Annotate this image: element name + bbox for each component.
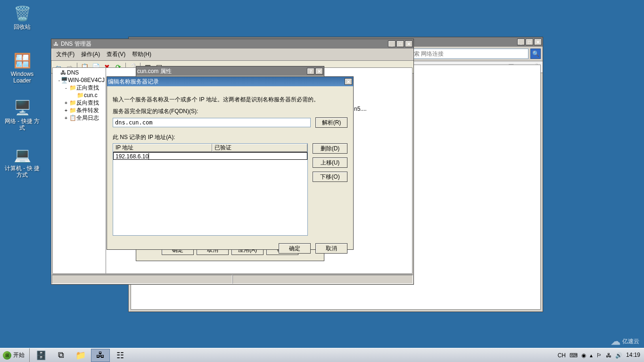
titlebar[interactable]: 编辑名称服务器记录 ✕ [107, 77, 353, 86]
maximize-button[interactable]: □ [396, 41, 404, 47]
menubar: 文件(F) 操作(A) 查看(V) 帮助(H) [51, 49, 413, 61]
dialog-title: 编辑名称服务器记录 [108, 78, 345, 86]
tree-pane[interactable]: 🖧DNS -🖥️WIN-08EV4CJ -📁正向查找 📁cun.c +📁反向查找… [52, 67, 106, 274]
menu-help[interactable]: 帮助(H) [129, 49, 154, 59]
start-orb-icon: ⊞ [3, 351, 11, 360]
menu-action[interactable]: 操作(A) [78, 49, 103, 59]
icon-label: 网络 - 快捷 方式 [5, 118, 40, 131]
close-button[interactable]: ✕ [315, 68, 323, 74]
desktop-icon-computer-shortcut[interactable]: 💻 计算机 - 快 捷方式 [5, 145, 40, 178]
minimize-button[interactable]: _ [388, 41, 396, 47]
tree-forward-lookup[interactable]: -📁正向查找 [54, 84, 105, 91]
column-verified[interactable]: 已验证 [212, 144, 307, 152]
search-input[interactable] [406, 49, 528, 59]
resolve-button[interactable]: 解析(R) [315, 117, 347, 128]
instruction-text: 输入一个服务器名称及一个或多个 IP 地址。这两者都是识别名称服务器所必需的。 [113, 96, 347, 104]
minimize-button[interactable]: _ [517, 39, 525, 45]
icon-label: 计算机 - 快 捷方式 [5, 165, 40, 178]
tree-zone-cun[interactable]: 📁cun.c [54, 91, 105, 99]
window-title: DNS 管理器 [61, 40, 388, 48]
clock[interactable]: 14:19 [626, 353, 640, 358]
titlebar[interactable]: 🖧 DNS 管理器 _ □ ✕ [51, 39, 413, 49]
search-icon: 🔍 [532, 50, 539, 57]
maximize-button[interactable]: □ [526, 39, 533, 45]
fqdn-label: 服务器完全限定的域名(FQDN)(S): [113, 107, 347, 115]
quick-launch-powershell[interactable]: ⧉ [51, 349, 70, 362]
tree-conditional-forwarders[interactable]: +📁条件转发 [54, 107, 105, 114]
detail-text: n5.... [354, 106, 413, 112]
windows-loader-icon: 🪟 [13, 51, 32, 70]
ip-value: 192.168.6.10 [116, 153, 149, 160]
tree-server[interactable]: -🖥️WIN-08EV4CJ [54, 76, 105, 84]
icon-label: Windows Loader [5, 71, 40, 84]
help-button[interactable]: ? [307, 68, 314, 74]
cloud-icon: ☁ [611, 336, 620, 347]
ip-input-row[interactable]: 192.168.6.10 [113, 152, 307, 160]
network-tray-icon[interactable]: 🖧 [606, 352, 611, 359]
search-button[interactable]: 🔍 [530, 49, 541, 59]
ip-address-list[interactable]: IP 地址 已验证 192.168.6.10 [113, 143, 308, 236]
start-label: 开始 [13, 351, 25, 359]
desktop-icon-recycle-bin[interactable]: 🗑️ 回收站 [5, 4, 40, 30]
move-down-button[interactable]: 下移(O) [313, 172, 347, 182]
ok-button[interactable]: 确定 [279, 243, 311, 254]
taskbar-item-dns[interactable]: ☷ [111, 349, 130, 362]
volume-icon[interactable]: 🔊 [615, 352, 622, 359]
ip-list-label: 此 NS 记录的 IP 地址(A): [113, 133, 347, 141]
close-button[interactable]: ✕ [345, 78, 352, 85]
app-icon: 🖧 [52, 41, 59, 47]
desktop-icon-windows-loader[interactable]: 🪟 Windows Loader [5, 51, 40, 84]
icon-label: 回收站 [5, 24, 40, 30]
watermark: ☁ 亿速云 [611, 336, 639, 347]
dialog-title: cun.com 属性 [137, 67, 307, 75]
system-tray: CH ⌨ ◉ ▴ 🏳 🖧 🔊 14:19 [554, 348, 644, 362]
start-button[interactable]: ⊞ 开始 [0, 348, 29, 362]
titlebar[interactable]: cun.com 属性 ? ✕ [136, 66, 324, 76]
cancel-button[interactable]: 取消 [315, 243, 347, 254]
move-up-button[interactable]: 上移(U) [313, 157, 347, 168]
tray-expand-icon[interactable]: ▴ [590, 352, 593, 359]
close-button[interactable]: ✕ [405, 41, 413, 47]
recycle-bin-icon: 🗑️ [13, 4, 32, 23]
quick-launch-explorer[interactable]: 📁 [71, 349, 90, 362]
close-button[interactable]: ✕ [534, 39, 542, 45]
fqdn-input[interactable] [113, 118, 311, 127]
desktop-icon-network-shortcut[interactable]: 🖥️ 网络 - 快捷 方式 [5, 98, 40, 131]
menu-file[interactable]: 文件(F) [53, 49, 77, 59]
ime-indicator[interactable]: CH [558, 352, 566, 359]
column-ip[interactable]: IP 地址 [113, 144, 212, 152]
network-icon: 🖥️ [13, 98, 32, 117]
computer-icon: 💻 [13, 145, 32, 164]
action-center-icon[interactable]: 🏳 [596, 352, 602, 359]
delete-button[interactable]: 删除(D) [313, 143, 347, 154]
tree-reverse-lookup[interactable]: +📁反向查找 [54, 99, 105, 107]
edit-ns-record-dialog: 编辑名称服务器记录 ✕ 输入一个服务器名称及一个或多个 IP 地址。这两者都是识… [107, 76, 354, 250]
taskbar-item-network[interactable]: 🖧 [91, 349, 110, 362]
tree-root-dns[interactable]: 🖧DNS [54, 69, 105, 76]
menu-view[interactable]: 查看(V) [104, 49, 128, 59]
quick-launch-server-manager[interactable]: 🗄️ [32, 349, 50, 362]
taskbar: ⊞ 开始 🗄️ ⧉ 📁 🖧 ☷ CH ⌨ ◉ ▴ 🏳 🖧 🔊 14:19 [0, 348, 644, 362]
tree-global-logs[interactable]: +📋全局日志 [54, 114, 105, 122]
statusbar [52, 274, 413, 284]
ime-icon[interactable]: ⌨ [570, 352, 578, 359]
tray-icon[interactable]: ◉ [581, 352, 586, 359]
